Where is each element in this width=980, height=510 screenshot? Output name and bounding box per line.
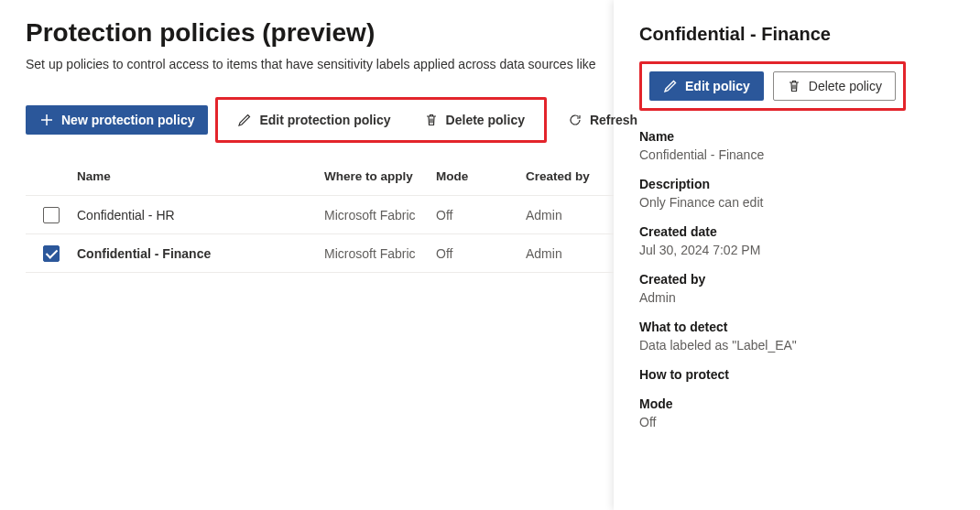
row-by: Admin bbox=[526, 246, 614, 261]
table-header-row: Name Where to apply Mode Created by bbox=[26, 157, 614, 196]
edit-policy-label: Edit protection policy bbox=[259, 113, 390, 127]
pencil-icon bbox=[663, 79, 678, 93]
delete-policy-label: Delete policy bbox=[446, 113, 525, 127]
plus-icon bbox=[39, 113, 54, 127]
pencil-icon bbox=[237, 113, 252, 127]
field-value: Confidential - Finance bbox=[639, 147, 954, 162]
field-label: How to protect bbox=[639, 367, 954, 382]
field-label: Name bbox=[639, 129, 954, 144]
refresh-button[interactable]: Refresh bbox=[554, 105, 651, 135]
field-name: Name Confidential - Finance bbox=[639, 129, 954, 162]
panel-edit-label: Edit policy bbox=[685, 79, 750, 93]
field-description: Description Only Finance can edit bbox=[639, 177, 954, 210]
toolbar-highlight: Edit protection policy Delete policy bbox=[215, 97, 547, 143]
delete-policy-button[interactable]: Delete policy bbox=[410, 105, 539, 135]
panel-toolbar: Edit policy Delete policy bbox=[639, 61, 954, 111]
field-value: Only Finance can edit bbox=[639, 195, 954, 210]
row-by: Admin bbox=[526, 208, 614, 222]
row-name: Confidential - Finance bbox=[77, 246, 324, 261]
refresh-icon bbox=[568, 113, 583, 127]
field-label: What to detect bbox=[639, 320, 954, 334]
field-value: Jul 30, 2024 7:02 PM bbox=[639, 243, 954, 257]
row-mode: Off bbox=[436, 208, 526, 222]
field-mode: Mode Off bbox=[639, 396, 954, 429]
col-header-name[interactable]: Name bbox=[77, 169, 324, 183]
main-content: Protection policies (preview) Set up pol… bbox=[0, 0, 614, 510]
trash-icon bbox=[787, 79, 801, 93]
refresh-label: Refresh bbox=[590, 113, 637, 127]
new-policy-label: New protection policy bbox=[61, 113, 194, 127]
col-header-by[interactable]: Created by bbox=[526, 169, 614, 183]
field-label: Description bbox=[639, 177, 954, 191]
toolbar: New protection policy Edit protection po… bbox=[26, 97, 614, 143]
edit-policy-button[interactable]: Edit protection policy bbox=[223, 105, 404, 135]
field-label: Created date bbox=[639, 224, 954, 239]
page-subtitle: Set up policies to control access to ite… bbox=[26, 57, 614, 71]
field-label: Mode bbox=[639, 396, 954, 411]
trash-icon bbox=[424, 113, 439, 127]
row-where: Microsoft Fabric bbox=[324, 208, 436, 222]
field-label: Created by bbox=[639, 272, 954, 287]
panel-edit-button[interactable]: Edit policy bbox=[649, 71, 764, 101]
col-header-mode[interactable]: Mode bbox=[436, 169, 526, 183]
field-created-by: Created by Admin bbox=[639, 272, 954, 305]
panel-title: Confidential - Finance bbox=[639, 24, 954, 45]
panel-delete-label: Delete policy bbox=[809, 79, 882, 93]
row-checkbox[interactable] bbox=[43, 245, 60, 262]
field-value: Admin bbox=[639, 290, 954, 305]
field-what-to-detect: What to detect Data labeled as "Label_EA… bbox=[639, 320, 954, 353]
field-value: Data labeled as "Label_EA" bbox=[639, 338, 954, 353]
panel-toolbar-highlight: Edit policy Delete policy bbox=[639, 61, 906, 111]
field-created-date: Created date Jul 30, 2024 7:02 PM bbox=[639, 224, 954, 257]
field-how-to-protect: How to protect bbox=[639, 367, 954, 382]
new-policy-button[interactable]: New protection policy bbox=[26, 105, 208, 135]
row-checkbox[interactable] bbox=[43, 207, 60, 223]
table-row[interactable]: Confidential - HR Microsoft Fabric Off A… bbox=[26, 196, 614, 234]
row-where: Microsoft Fabric bbox=[324, 246, 436, 261]
policies-table: Name Where to apply Mode Created by Conf… bbox=[26, 157, 614, 273]
col-header-where[interactable]: Where to apply bbox=[324, 169, 436, 183]
page-title: Protection policies (preview) bbox=[26, 18, 614, 48]
row-name: Confidential - HR bbox=[77, 208, 324, 222]
table-row[interactable]: Confidential - Finance Microsoft Fabric … bbox=[26, 234, 614, 273]
field-value: Off bbox=[639, 415, 954, 429]
row-mode: Off bbox=[436, 246, 526, 261]
details-panel: Confidential - Finance Edit policy Delet… bbox=[614, 0, 980, 510]
panel-delete-button[interactable]: Delete policy bbox=[773, 71, 896, 101]
